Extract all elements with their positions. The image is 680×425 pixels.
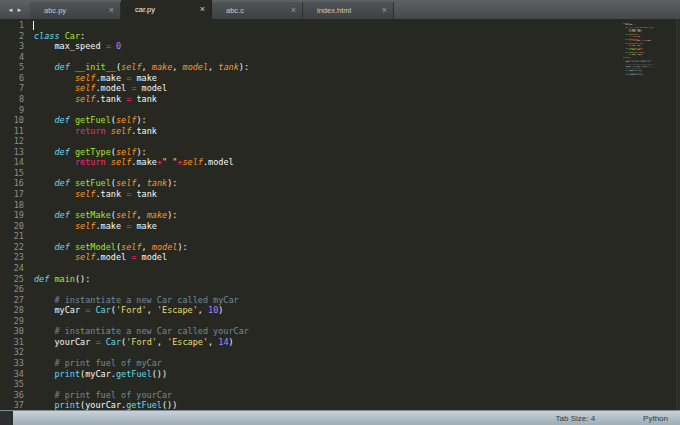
code-line[interactable]: self.tank = tank: [34, 94, 249, 105]
editor[interactable]: 1234567891011121314151617181920212223242…: [0, 19, 680, 410]
code-line[interactable]: [34, 105, 249, 116]
token-plain: ():: [75, 274, 90, 284]
token-param: tank: [218, 62, 238, 72]
code-line[interactable]: self.tank = tank: [623, 45, 630, 46]
token-call: Car: [95, 305, 110, 315]
code-line[interactable]: # instantiate a new Car called yourCar: [34, 326, 249, 337]
line-number: 10: [0, 115, 24, 126]
code-line[interactable]: def __init__(self, make, model, tank):: [34, 62, 249, 73]
token-plain: [34, 400, 54, 410]
code-line[interactable]: print(yourCar.getFuel()): [34, 400, 249, 410]
nav-next-icon[interactable]: ►: [17, 7, 23, 13]
tab-bar: ◄ ► abc.py × car.py × abc.c × index.html…: [0, 0, 680, 19]
tab-close-icon[interactable]: ×: [382, 6, 387, 15]
tab-close-icon[interactable]: ×: [291, 6, 296, 15]
token-call: print: [54, 369, 80, 379]
tab-index-html[interactable]: index.html ×: [303, 2, 394, 19]
token-plain: .make: [95, 221, 126, 231]
code-line[interactable]: myCar = Car('Ford', 'Escape', 10): [34, 305, 249, 316]
code-area[interactable]: class Car: max_speed = 0 def __init__(se…: [34, 20, 249, 410]
token-plain: tank: [131, 189, 157, 199]
code-line[interactable]: [34, 316, 249, 327]
token-plain: ):: [136, 147, 146, 157]
token-plain: [34, 369, 54, 379]
status-language[interactable]: Python: [643, 414, 668, 423]
code-line[interactable]: print(myCar.getFuel()): [34, 369, 249, 380]
code-line[interactable]: return self.tank: [34, 126, 249, 137]
token-param: self: [121, 242, 141, 252]
token-param: model: [152, 242, 178, 252]
code-line[interactable]: [34, 284, 249, 295]
code-line[interactable]: def getFuel(self):: [34, 115, 249, 126]
code-line[interactable]: [34, 200, 249, 211]
token-plain: ()): [641, 74, 643, 75]
code-line[interactable]: max_speed = 0: [34, 41, 249, 52]
tab-close-icon[interactable]: ×: [109, 6, 114, 15]
tab-close-icon[interactable]: ×: [200, 5, 205, 14]
code-line[interactable]: yourCar = Car('Ford', 'Escape', 14): [623, 65, 630, 66]
token-plain: [34, 178, 54, 188]
code-line[interactable]: def main():: [623, 56, 630, 57]
line-number: 13: [0, 147, 24, 158]
code-line[interactable]: [34, 168, 249, 179]
nav-prev-icon[interactable]: ◄: [8, 7, 14, 13]
code-line[interactable]: # print fuel of yourCar: [34, 390, 249, 401]
token-plain: .model: [203, 157, 234, 167]
code-line[interactable]: yourCar = Car('Ford', 'Escape', 14): [34, 337, 249, 348]
line-number: 25: [0, 274, 24, 285]
code-line[interactable]: print(yourCar.getFuel()): [623, 74, 630, 75]
code-line[interactable]: self.tank = tank: [623, 31, 630, 32]
token-param: self: [116, 178, 136, 188]
token-fn: __init__: [75, 62, 116, 72]
token-plain: [34, 189, 75, 199]
line-number: 30: [0, 326, 24, 337]
code-line[interactable]: [34, 263, 249, 274]
code-line[interactable]: # print fuel of myCar: [34, 358, 249, 369]
code-line[interactable]: def main():: [34, 274, 249, 285]
code-line[interactable]: myCar = Car('Ford', 'Escape', 10): [623, 61, 630, 62]
token-plain: .tank: [95, 94, 126, 104]
code-line[interactable]: print(myCar.getFuel()): [623, 70, 630, 71]
code-line[interactable]: self.model = model: [34, 83, 249, 94]
code-line[interactable]: # instantiate a new Car called myCar: [34, 295, 249, 306]
tab-abc-py[interactable]: abc.py ×: [30, 2, 121, 19]
token-plain: [34, 62, 54, 72]
code-line[interactable]: def setModel(self, model):: [34, 242, 249, 253]
token-comment: # print fuel of yourCar: [54, 390, 172, 400]
code-line[interactable]: self.tank = tank: [34, 189, 249, 200]
code-line[interactable]: self.make = make: [34, 221, 249, 232]
code-line[interactable]: max_speed = 0: [623, 24, 630, 25]
status-tab-size[interactable]: Tab Size: 4: [556, 414, 596, 423]
code-line[interactable]: [34, 347, 249, 358]
token-fn: setModel: [75, 242, 116, 252]
code-line[interactable]: def getType(self):: [34, 147, 249, 158]
code-line[interactable]: [34, 52, 249, 63]
line-number: 14: [0, 157, 24, 168]
token-plain: ,: [142, 242, 152, 252]
gutter[interactable]: 1234567891011121314151617181920212223242…: [0, 20, 24, 410]
code-line[interactable]: return self.make+" "+self.model: [34, 157, 249, 168]
code-line[interactable]: self.make = make: [623, 49, 630, 50]
token-plain: ,: [172, 62, 182, 72]
tab-car-py[interactable]: car.py ×: [121, 0, 212, 19]
code-line[interactable]: self.model = model: [623, 54, 630, 55]
code-line[interactable]: return self.make+" "+self.model: [623, 40, 630, 41]
vertical-scrollbar[interactable]: [676, 19, 680, 410]
code-line[interactable]: def setMake(self, make):: [34, 210, 249, 221]
code-line[interactable]: def setFuel(self, tank):: [34, 178, 249, 189]
code-line[interactable]: [34, 20, 249, 31]
token-plain: tank: [637, 45, 641, 46]
code-line[interactable]: [34, 136, 249, 147]
token-param: self: [116, 147, 136, 157]
code-line[interactable]: [34, 231, 249, 242]
code-line[interactable]: class Car:: [34, 31, 249, 42]
code-line[interactable]: self.make = make: [34, 73, 249, 84]
code-line[interactable]: [34, 379, 249, 390]
token-plain: ()): [639, 70, 641, 71]
token-plain: .tank: [95, 189, 126, 199]
token-plain: ,: [147, 305, 157, 315]
code-line[interactable]: self.model = model: [34, 252, 249, 263]
code-line[interactable]: return self.tank: [623, 36, 630, 37]
tab-abc-c[interactable]: abc.c ×: [212, 2, 303, 19]
minimap[interactable]: class Car: max_speed = 0 def __init__(se…: [623, 21, 675, 141]
